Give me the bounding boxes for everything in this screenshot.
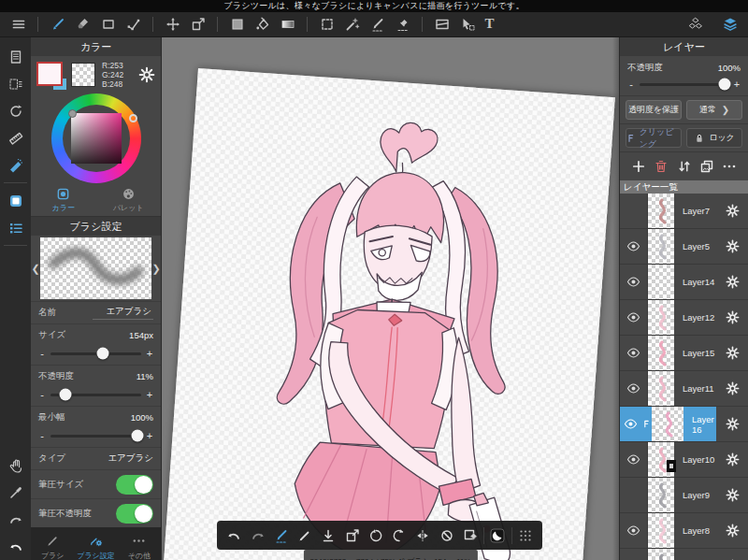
layer-name[interactable]: Layer5 [674, 229, 716, 264]
tab-color[interactable]: カラー [31, 183, 96, 216]
transparent-color-swatch[interactable] [71, 63, 95, 87]
Layer5[interactable]: Layer5 [620, 229, 748, 265]
layer-name[interactable]: Layer11 [674, 371, 716, 406]
opacity-plus[interactable]: + [146, 390, 153, 399]
undo-button[interactable] [223, 525, 244, 546]
pen-button[interactable] [295, 525, 315, 546]
tab-brush-settings[interactable]: ブラシ設定 [74, 527, 117, 560]
layer-visibility-toggle[interactable] [620, 229, 648, 264]
layer-settings-gear-icon[interactable] [716, 265, 748, 299]
size-plus[interactable]: + [146, 349, 153, 358]
lock-button[interactable]: ロック [686, 128, 742, 148]
brush-name-value[interactable]: エアブラシ [93, 306, 153, 320]
ruler-button[interactable] [0, 124, 31, 151]
layer-name[interactable]: Layer7 [674, 194, 716, 228]
material-button[interactable] [683, 12, 708, 36]
tab-other[interactable]: その他 [118, 527, 161, 560]
Layer11[interactable]: Layer11 [620, 371, 748, 407]
opacity-minus[interactable]: - [38, 390, 46, 399]
eyedropper-button[interactable] [0, 479, 31, 506]
Layer 16[interactable]: Layer 16 [620, 407, 748, 442]
rotate-view-button[interactable] [0, 97, 31, 124]
magic-wand-tool[interactable] [339, 12, 365, 36]
layer-settings-gear-icon[interactable] [716, 549, 748, 560]
gradient-tool[interactable] [275, 12, 300, 36]
sv-handle[interactable] [68, 109, 77, 118]
Layer2[interactable]: Layer2 [620, 549, 748, 560]
saturation-value-square[interactable] [71, 113, 122, 164]
layers-button[interactable] [717, 12, 742, 36]
minwidth-slider-thumb[interactable] [132, 430, 144, 442]
layer-opacity-plus[interactable]: + [733, 79, 741, 89]
reorder-layer-button[interactable] [675, 157, 694, 176]
layer-name[interactable]: Layer 16 [683, 407, 716, 441]
layer-visibility-toggle[interactable] [620, 513, 648, 548]
Layer14[interactable]: Layer14 [620, 265, 748, 300]
color-panel-button[interactable] [0, 187, 31, 214]
layer-visibility-toggle[interactable] [620, 442, 648, 477]
layer-thumbnail[interactable] [648, 478, 674, 512]
redo-button[interactable] [248, 525, 268, 546]
layer-settings-gear-icon[interactable] [716, 407, 748, 441]
layer-thumbnail[interactable] [648, 513, 674, 548]
hue-handle[interactable] [129, 114, 137, 122]
layer-thumbnail[interactable] [648, 265, 674, 299]
delete-layer-button[interactable] [652, 157, 670, 176]
opacity-slider-thumb[interactable] [59, 389, 71, 401]
layer-thumbnail[interactable] [648, 229, 674, 264]
layer-settings-gear-icon[interactable] [716, 229, 748, 264]
layer-thumbnail[interactable] [648, 336, 674, 370]
bucket-tool[interactable] [250, 12, 275, 36]
layer-name[interactable]: Layer14 [674, 265, 716, 299]
layer-name[interactable]: Layer12 [674, 300, 716, 335]
layer-thumbnail[interactable] [652, 407, 683, 441]
layer-name[interactable]: Layer9 [674, 478, 716, 512]
select-pen-button[interactable] [271, 525, 292, 546]
clear-button[interactable] [460, 525, 481, 546]
protect-alpha-button[interactable]: 透明度を保護 [626, 100, 682, 120]
save-button[interactable] [318, 525, 338, 546]
brush-next-arrow[interactable]: ❯ [151, 263, 161, 275]
layer-visibility-toggle[interactable] [620, 265, 648, 299]
redo-button[interactable] [0, 506, 31, 533]
text-tool[interactable]: T [480, 12, 505, 36]
layer-name[interactable]: Layer8 [674, 513, 716, 548]
rotate-ccw-button[interactable] [366, 525, 386, 546]
add-layer-button[interactable] [629, 157, 648, 176]
pressure-size-toggle[interactable] [116, 475, 153, 495]
layer-settings-gear-icon[interactable] [716, 442, 748, 477]
tab-palette[interactable]: パレット [96, 183, 162, 216]
size-minus[interactable]: - [38, 349, 46, 358]
eraser-tool[interactable] [70, 12, 95, 36]
drag-handle-button[interactable] [515, 525, 536, 546]
swatch-tool[interactable] [224, 12, 250, 36]
color-wheel[interactable] [31, 93, 161, 183]
no-rotate-button[interactable] [437, 525, 457, 546]
airbrush-button[interactable] [0, 151, 31, 179]
select-eraser-tool[interactable] [390, 12, 415, 36]
select-pen-tool[interactable] [365, 12, 390, 36]
layer-opacity-thumb[interactable] [719, 79, 731, 91]
layer-settings-gear-icon[interactable] [716, 300, 748, 335]
brush-type-value[interactable]: エアブラシ [108, 452, 153, 465]
layer-visibility-toggle[interactable] [620, 478, 648, 512]
layer-visibility-toggle[interactable] [620, 194, 648, 228]
flip-h-button[interactable] [412, 525, 433, 546]
layer-thumbnail[interactable] [648, 371, 674, 406]
layer-name[interactable]: Layer10 [674, 442, 716, 477]
Layer12[interactable]: Layer12 [620, 300, 748, 336]
transform-tool[interactable] [185, 12, 210, 36]
layer-settings-gear-icon[interactable] [716, 194, 748, 228]
layer-thumbnail[interactable] [648, 549, 674, 560]
layer-visibility-toggle[interactable] [620, 336, 648, 370]
canvas[interactable] [162, 68, 615, 560]
material-list-button[interactable] [0, 214, 31, 241]
divide-tool[interactable] [429, 12, 454, 36]
layer-settings-gear-icon[interactable] [716, 336, 748, 370]
layer-visibility-toggle[interactable] [620, 371, 648, 406]
brush-prev-arrow[interactable]: ❮ [31, 263, 40, 275]
layer-visibility-toggle[interactable] [620, 300, 648, 335]
layer-settings-gear-icon[interactable] [716, 478, 748, 512]
layer-thumbnail[interactable] [648, 300, 674, 335]
pressure-opacity-toggle[interactable] [116, 504, 153, 524]
